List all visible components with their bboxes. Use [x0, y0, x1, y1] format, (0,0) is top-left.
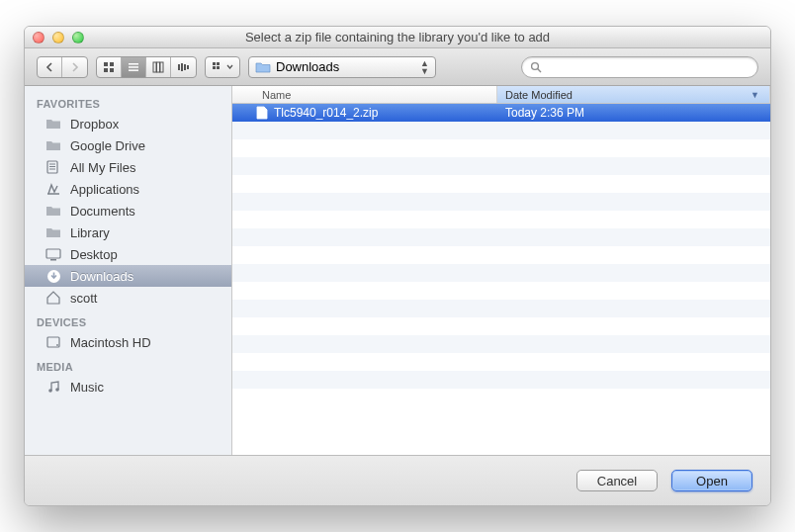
- sort-descending-icon: ▼: [751, 90, 759, 100]
- sidebar-item-label: Desktop: [70, 247, 118, 262]
- file-row: [232, 211, 770, 228]
- allfiles-icon: [44, 159, 62, 175]
- grid-icon: [103, 61, 115, 73]
- file-pane: Name Date Modified ▼ Tlc5940_r014_2.zipT…: [232, 86, 770, 455]
- sidebar-item-google-drive[interactable]: Google Drive: [25, 134, 231, 156]
- apps-icon: [44, 181, 62, 197]
- sidebar-item-macintosh-hd[interactable]: Macintosh HD: [25, 331, 231, 353]
- file-row: [232, 389, 770, 406]
- cancel-button[interactable]: Cancel: [576, 470, 658, 491]
- search-field[interactable]: [521, 56, 758, 78]
- nav-buttons: [37, 56, 88, 78]
- file-row: [232, 139, 770, 157]
- sidebar-item-downloads[interactable]: Downloads: [25, 265, 231, 287]
- folder-icon: [44, 137, 62, 153]
- sidebar-item-label: Downloads: [70, 269, 133, 284]
- arrange-button[interactable]: [206, 57, 239, 77]
- search-input[interactable]: [548, 60, 750, 74]
- open-button[interactable]: Open: [671, 470, 752, 491]
- file-row: [232, 371, 770, 389]
- view-mode-buttons: [96, 56, 197, 78]
- sidebar-item-documents[interactable]: Documents: [25, 200, 231, 222]
- sidebar-item-label: Music: [70, 380, 104, 395]
- content-area: FAVORITESDropboxGoogle DriveAll My Files…: [25, 86, 770, 456]
- coverflow-view-button[interactable]: [171, 57, 196, 77]
- close-window-button[interactable]: [33, 32, 44, 44]
- svg-point-31: [55, 388, 59, 392]
- svg-rect-5: [129, 66, 138, 68]
- window-title: Select a zip file containing the library…: [25, 30, 770, 44]
- window-controls: [33, 32, 84, 44]
- minimize-window-button[interactable]: [52, 32, 64, 44]
- sidebar-item-library[interactable]: Library: [25, 222, 231, 243]
- desktop-icon: [44, 246, 62, 262]
- svg-rect-4: [129, 63, 138, 65]
- chevron-right-icon: [70, 62, 80, 72]
- arrange-button-group: [205, 56, 240, 78]
- toolbar: Downloads ▲▼: [25, 48, 770, 86]
- list-icon: [128, 61, 139, 73]
- forward-button[interactable]: [62, 57, 87, 77]
- svg-line-19: [538, 68, 541, 71]
- titlebar: Select a zip file containing the library…: [25, 27, 770, 48]
- file-date: Today 2:36 PM: [497, 106, 770, 120]
- folder-icon: [44, 116, 62, 132]
- sidebar-item-all-my-files[interactable]: All My Files: [25, 156, 231, 178]
- sidebar-item-dropbox[interactable]: Dropbox: [25, 113, 231, 134]
- sidebar-item-label: Library: [70, 225, 110, 240]
- column-headers: Name Date Modified ▼: [232, 86, 770, 104]
- sidebar-section-header: MEDIA: [25, 353, 231, 376]
- svg-rect-3: [110, 68, 114, 72]
- file-list[interactable]: Tlc5940_r014_2.zipToday 2:36 PM: [232, 104, 770, 455]
- svg-rect-8: [157, 62, 160, 72]
- list-view-button[interactable]: [122, 57, 146, 77]
- sidebar[interactable]: FAVORITESDropboxGoogle DriveAll My Files…: [25, 86, 232, 455]
- sidebar-item-applications[interactable]: Applications: [25, 178, 231, 200]
- svg-rect-13: [187, 65, 189, 69]
- arrange-icon: [212, 61, 223, 73]
- sidebar-item-label: Documents: [70, 204, 135, 219]
- file-row: [232, 300, 770, 317]
- search-icon: [530, 61, 542, 73]
- file-name: Tlc5940_r014_2.zip: [274, 106, 378, 120]
- chevron-down-icon: [226, 64, 233, 69]
- file-row: [232, 122, 770, 139]
- sidebar-item-label: scott: [70, 291, 97, 306]
- sidebar-item-label: Applications: [70, 182, 139, 197]
- sidebar-section-header: DEVICES: [25, 309, 231, 331]
- sidebar-item-label: Google Drive: [70, 138, 145, 153]
- file-row[interactable]: Tlc5940_r014_2.zipToday 2:36 PM: [232, 104, 770, 122]
- file-row: [232, 228, 770, 246]
- column-date-modified[interactable]: Date Modified ▼: [497, 86, 770, 103]
- file-row: [232, 175, 770, 193]
- open-dialog: Select a zip file containing the library…: [24, 26, 771, 506]
- location-popup[interactable]: Downloads ▲▼: [248, 56, 436, 78]
- svg-rect-15: [217, 62, 220, 65]
- icon-view-button[interactable]: [97, 57, 122, 77]
- svg-rect-14: [213, 62, 216, 65]
- column-view-button[interactable]: [146, 57, 171, 77]
- file-row: [232, 246, 770, 264]
- svg-rect-17: [217, 66, 220, 69]
- column-name[interactable]: Name: [232, 86, 497, 103]
- svg-point-18: [532, 62, 539, 69]
- file-row: [232, 193, 770, 211]
- svg-rect-6: [129, 69, 138, 71]
- sidebar-item-music[interactable]: Music: [25, 376, 231, 398]
- svg-rect-0: [104, 62, 108, 66]
- sidebar-item-desktop[interactable]: Desktop: [25, 243, 231, 265]
- file-row: [232, 282, 770, 300]
- footer: Cancel Open: [25, 456, 770, 505]
- file-icon: [256, 106, 268, 120]
- sidebar-item-scott[interactable]: scott: [25, 287, 231, 309]
- svg-rect-9: [160, 62, 163, 72]
- svg-rect-2: [104, 68, 108, 72]
- file-row: [232, 264, 770, 282]
- svg-point-29: [56, 344, 58, 346]
- svg-rect-25: [46, 249, 60, 258]
- folder-icon: [255, 61, 271, 73]
- back-button[interactable]: [38, 57, 62, 77]
- folder-icon: [44, 203, 62, 219]
- zoom-window-button[interactable]: [72, 32, 84, 44]
- disk-icon: [44, 334, 62, 350]
